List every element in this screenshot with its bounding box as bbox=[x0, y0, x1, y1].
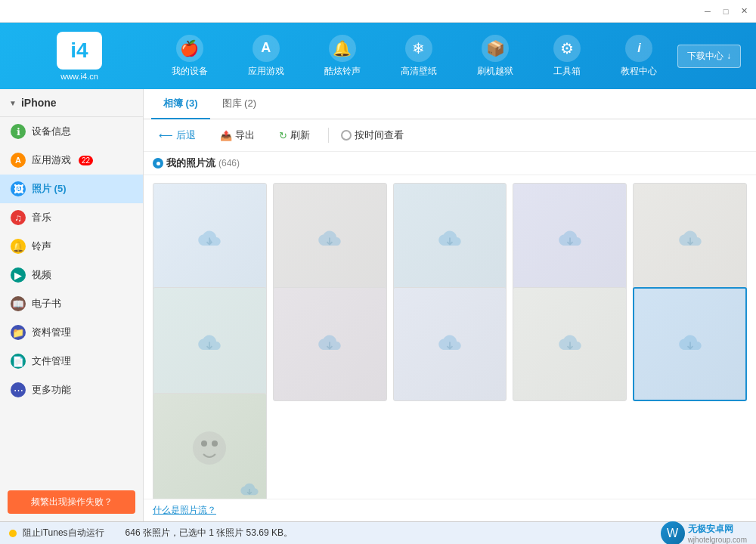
music-icon: ♫ bbox=[11, 210, 26, 225]
photo-cell-9[interactable] bbox=[513, 287, 627, 401]
device-name: iPhone bbox=[21, 97, 57, 109]
radio-dot bbox=[156, 162, 160, 165]
photo-cell-10[interactable] bbox=[633, 287, 747, 401]
sidebar-item-music[interactable]: ♫ 音乐 bbox=[0, 203, 143, 232]
sidebar-item-app-games[interactable]: A 应用游戏 22 bbox=[0, 146, 143, 175]
photostream-count: (646) bbox=[218, 158, 240, 168]
photo-cell-5[interactable] bbox=[633, 183, 747, 297]
sidebar-item-more[interactable]: ⋯ 更多功能 bbox=[0, 376, 143, 404]
more-icon: ⋯ bbox=[11, 382, 26, 397]
device-info-icon: ℹ bbox=[11, 124, 26, 139]
main-layout: ▼ iPhone ℹ 设备信息 A 应用游戏 22 🖼 照片 (5) ♫ 音乐 bbox=[0, 89, 756, 521]
cloud-download-icon-3 bbox=[436, 228, 463, 252]
app-games-badge: 22 bbox=[79, 156, 93, 165]
watermark-w-icon: W bbox=[667, 527, 678, 540]
nav-my-device[interactable]: 🍎 我的设备 bbox=[166, 32, 214, 81]
back-label: 后退 bbox=[176, 128, 196, 142]
refresh-label: 刷新 bbox=[290, 128, 310, 142]
cloud-download-icon-1 bbox=[196, 228, 223, 252]
logo[interactable]: i4 bbox=[57, 32, 102, 70]
watermark-url: wjhotelgroup.com bbox=[688, 536, 747, 544]
sidebar-item-file-mgmt[interactable]: 📄 文件管理 bbox=[0, 347, 143, 376]
cloud-download-icon-11 bbox=[239, 481, 260, 499]
photo-cell-3[interactable] bbox=[393, 183, 507, 297]
freq-fail-button[interactable]: 频繁出现操作失败？ bbox=[8, 490, 135, 514]
sidebar-ringtones-label: 铃声 bbox=[32, 240, 51, 253]
sidebar-item-ringtones[interactable]: 🔔 铃声 bbox=[0, 232, 143, 261]
tab-library[interactable]: 图库 (2) bbox=[210, 89, 269, 119]
sidebar-item-video[interactable]: ▶ 视频 bbox=[0, 261, 143, 289]
svg-point-13 bbox=[212, 440, 218, 447]
sidebar-item-ebooks[interactable]: 📖 电子书 bbox=[0, 289, 143, 318]
download-arrow-icon: ↓ bbox=[727, 51, 731, 61]
content-area: 相簿 (3) 图库 (2) ⟵ 后退 📤 导出 ↻ 刷新 按时间查看 bbox=[144, 89, 756, 521]
itunes-label: 阻止iTunes自动运行 bbox=[23, 527, 104, 539]
time-view-radio-label[interactable]: 按时间查看 bbox=[341, 128, 404, 142]
jailbreak-icon: 📦 bbox=[482, 35, 509, 62]
nav-app-games[interactable]: A 应用游戏 bbox=[242, 32, 290, 81]
nav-wallpaper[interactable]: ❄ 高清壁纸 bbox=[395, 32, 443, 81]
cloud-download-icon-5 bbox=[677, 228, 704, 252]
export-label: 导出 bbox=[235, 128, 255, 142]
photostream-radio-label[interactable]: 我的照片流 (646) bbox=[153, 156, 240, 170]
photo-character-11 bbox=[187, 427, 232, 472]
nav-tools-label: 工具箱 bbox=[553, 65, 581, 78]
sidebar-device-info-label: 设备信息 bbox=[32, 125, 71, 138]
photo-cell-11[interactable] bbox=[153, 393, 267, 499]
photo-cell-6[interactable] bbox=[153, 287, 267, 401]
watermark-logo-text: 无极安卓网 bbox=[688, 523, 747, 536]
nav-jailbreak[interactable]: 📦 刷机越狱 bbox=[471, 32, 519, 81]
maximize-button[interactable]: □ bbox=[720, 5, 732, 17]
sidebar-items: ℹ 设备信息 A 应用游戏 22 🖼 照片 (5) ♫ 音乐 🔔 铃声 bbox=[0, 117, 143, 483]
time-view-radio[interactable] bbox=[341, 130, 352, 141]
photo-cell-4[interactable] bbox=[513, 183, 627, 297]
sidebar-item-device-info[interactable]: ℹ 设备信息 bbox=[0, 117, 143, 146]
nav-ringtones-label: 酷炫铃声 bbox=[324, 65, 361, 78]
cloud-download-icon-10 bbox=[677, 332, 704, 356]
tabs-bar: 相簿 (3) 图库 (2) bbox=[144, 89, 756, 119]
back-button[interactable]: ⟵ 后退 bbox=[153, 125, 202, 145]
minimize-button[interactable]: ─ bbox=[702, 5, 714, 17]
sidebar-video-label: 视频 bbox=[32, 268, 51, 282]
download-btn[interactable]: 下载中心 ↓ bbox=[677, 45, 741, 68]
svg-point-11 bbox=[193, 431, 226, 465]
watermark-circle: W bbox=[661, 521, 685, 545]
app-games-icon: A bbox=[253, 35, 280, 62]
sidebar: ▼ iPhone ℹ 设备信息 A 应用游戏 22 🖼 照片 (5) ♫ 音乐 bbox=[0, 89, 144, 521]
toolbar: ⟵ 后退 📤 导出 ↻ 刷新 按时间查看 bbox=[144, 119, 756, 152]
export-button[interactable]: 📤 导出 bbox=[214, 125, 261, 145]
photostream-radio[interactable] bbox=[153, 158, 163, 168]
sidebar-item-data-mgmt[interactable]: 📁 资料管理 bbox=[0, 318, 143, 347]
sidebar-data-mgmt-label: 资料管理 bbox=[32, 326, 71, 339]
photo-cell-7[interactable] bbox=[273, 287, 387, 401]
download-btn-label: 下载中心 bbox=[687, 50, 723, 63]
refresh-button[interactable]: ↻ 刷新 bbox=[273, 125, 316, 145]
nav-tutorials-label: 教程中心 bbox=[621, 65, 657, 78]
cloud-download-icon-2 bbox=[316, 228, 343, 252]
ringtones-icon: 🔔 bbox=[329, 35, 356, 62]
statusbar: 阻止iTunes自动运行 646 张照片，已选中 1 张照片 53.69 KB。… bbox=[0, 521, 756, 544]
cloud-download-icon-9 bbox=[556, 332, 584, 356]
sidebar-photos-label: 照片 (5) bbox=[32, 182, 67, 196]
photo-cell-2[interactable] bbox=[273, 183, 387, 297]
sidebar-app-games-label: 应用游戏 bbox=[32, 153, 71, 167]
sidebar-file-mgmt-label: 文件管理 bbox=[32, 354, 71, 368]
logo-text: i4 bbox=[70, 39, 88, 63]
tab-album[interactable]: 相簿 (3) bbox=[151, 89, 210, 119]
itunes-status-dot bbox=[9, 530, 17, 537]
nav-tools[interactable]: ⚙ 工具箱 bbox=[547, 32, 587, 81]
photo-cell-8[interactable] bbox=[393, 287, 507, 401]
ebooks-icon: 📖 bbox=[11, 296, 26, 311]
close-button[interactable]: ✕ bbox=[738, 5, 750, 17]
nav-ringtones[interactable]: 🔔 酷炫铃声 bbox=[318, 32, 367, 81]
nav-items: 🍎 我的设备 A 应用游戏 🔔 酷炫铃声 ❄ 高清壁纸 📦 刷机越狱 ⚙ 工具箱… bbox=[151, 32, 677, 81]
photo-cell-1[interactable] bbox=[153, 183, 267, 297]
photostream-link[interactable]: 什么是照片流？ bbox=[153, 505, 216, 515]
content-footer: 什么是照片流？ bbox=[144, 499, 756, 521]
titlebar: ─ □ ✕ bbox=[0, 0, 756, 23]
sidebar-item-photos[interactable]: 🖼 照片 (5) bbox=[0, 175, 143, 203]
nav-wallpaper-label: 高清壁纸 bbox=[401, 65, 437, 78]
navbar: i4 www.i4.cn 🍎 我的设备 A 应用游戏 🔔 酷炫铃声 ❄ 高清壁纸… bbox=[0, 23, 756, 89]
data-mgmt-icon: 📁 bbox=[11, 325, 26, 340]
nav-tutorials[interactable]: i 教程中心 bbox=[615, 32, 663, 81]
